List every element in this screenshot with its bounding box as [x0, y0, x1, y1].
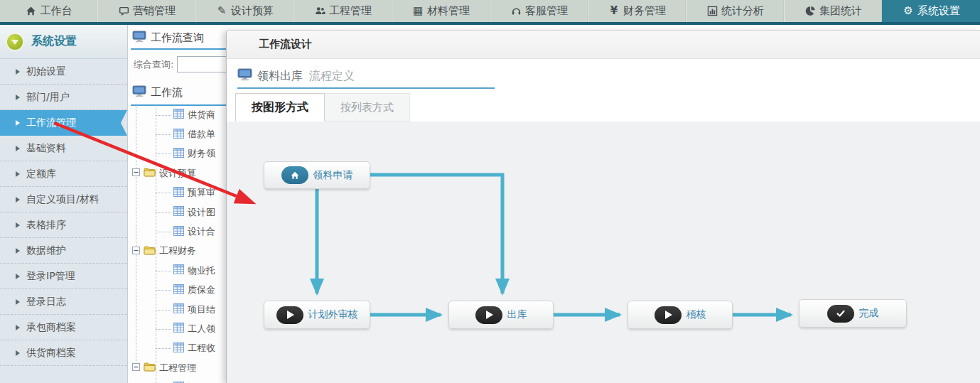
monitor-icon: [132, 85, 146, 100]
sidebar-item-10[interactable]: 承包商档案: [0, 315, 127, 340]
triangle-bullet-icon: [16, 248, 20, 254]
sidebar-item-11[interactable]: 供货商档案: [0, 340, 127, 366]
table-icon: [173, 284, 184, 296]
nav-item-label: 统计分析: [721, 4, 764, 18]
folder-icon: [144, 362, 156, 374]
sidebar-item-label: 基础资料: [26, 142, 66, 155]
folder-icon: [144, 245, 156, 257]
tree-label: 设计预算: [159, 167, 196, 180]
query-panel-title: 工作流查询: [151, 31, 204, 45]
sidebar-item-7[interactable]: 数据维护: [0, 238, 127, 264]
nav-item-pie[interactable]: 集团统计: [784, 0, 882, 22]
nav-item-yen[interactable]: ¥财务管理: [588, 0, 686, 22]
tree-label: 财务领: [188, 147, 215, 160]
tree-panel-title: 工作流: [151, 86, 183, 99]
triangle-bullet-icon: [16, 299, 20, 305]
expand-minus-icon[interactable]: [132, 362, 140, 373]
nav-item-label: 工程管理: [329, 4, 372, 18]
flow-node-label: 稽核: [686, 308, 706, 321]
triangle-bullet-icon: [16, 197, 20, 203]
sidebar-item-label: 初始设置: [26, 65, 66, 78]
tree-label: 工程管理: [159, 362, 196, 374]
top-navbar: 工作台营销管理✎设计预算工程管理▦材料管理客服管理¥财务管理统计分析集团统计⚙系…: [0, 0, 980, 25]
table-icon: [173, 264, 184, 276]
table-icon: [173, 323, 184, 335]
table-icon: [173, 303, 184, 315]
flow-node-apply[interactable]: 领料申请: [264, 161, 370, 189]
sidebar-menu: 初始设置部门/用户工作流管理基础资料定额库自定义项目/材料表格排序数据维护登录I…: [0, 59, 127, 366]
triangle-bullet-icon: [16, 350, 20, 356]
view-mode-tabs: 按图形方式按列表方式: [235, 93, 410, 122]
sidebar-item-1[interactable]: 部门/用户: [0, 85, 127, 110]
flow-node-review[interactable]: 计划外审核: [264, 301, 370, 329]
flow-node-audit[interactable]: 稽核: [628, 301, 733, 329]
tab-list-mode[interactable]: 按列表方式: [325, 93, 410, 122]
table-icon: [173, 148, 184, 160]
grid-icon: ▦: [412, 6, 424, 17]
edit-icon: ✎: [216, 6, 227, 17]
triangle-bullet-icon: [16, 120, 20, 126]
table-icon: [173, 129, 184, 141]
nav-item-label: 营销管理: [133, 4, 176, 18]
nav-item-edit[interactable]: ✎设计预算: [195, 0, 294, 22]
sidebar-item-label: 登录IP管理: [26, 270, 75, 283]
gear-icon: ⚙: [903, 6, 914, 17]
sidebar-item-0[interactable]: 初始设置: [0, 59, 127, 85]
flow-name-suffix: 流程定义: [309, 69, 355, 84]
folder-icon: [144, 167, 156, 179]
table-icon: [173, 206, 184, 218]
flow-node-label: 计划外审核: [308, 308, 358, 321]
expand-minus-icon[interactable]: [132, 246, 140, 257]
nav-item-users[interactable]: 工程管理: [294, 0, 392, 22]
sidebar-item-label: 自定义项目/材料: [26, 193, 99, 206]
chart-icon: [706, 6, 718, 17]
sidebar-item-9[interactable]: 登录日志: [0, 289, 127, 315]
sidebar-item-4[interactable]: 定额库: [0, 161, 127, 187]
sidebar-item-3[interactable]: 基础资料: [0, 136, 127, 161]
tree-label: 工程财务: [159, 244, 196, 257]
sidebar-item-label: 表格排序: [26, 219, 66, 232]
tree-panel-header: 工作流: [132, 85, 183, 100]
sidebar-item-label: 登录日志: [26, 296, 66, 308]
nav-item-chart[interactable]: 统计分析: [686, 0, 784, 22]
flow-node-out[interactable]: 出库: [448, 301, 554, 329]
triangle-bullet-icon: [16, 69, 20, 75]
nav-item-chat[interactable]: 营销管理: [97, 0, 195, 22]
nav-item-label: 系统设置: [917, 4, 960, 18]
search-label: 综合查询:: [134, 58, 173, 71]
sidebar-item-5[interactable]: 自定义项目/材料: [0, 187, 127, 212]
tab-graphic-mode[interactable]: 按图形方式: [235, 93, 325, 122]
sidebar-item-2[interactable]: 工作流管理: [0, 110, 127, 136]
nav-item-gear[interactable]: ⚙系统设置: [882, 0, 980, 22]
nav-item-headset[interactable]: 客服管理: [490, 0, 588, 22]
triangle-bullet-icon: [16, 222, 20, 228]
tree-label: 供货商: [188, 109, 215, 122]
flow-node-done[interactable]: 完成: [799, 299, 907, 328]
sidebar-header[interactable]: 系统设置: [0, 25, 127, 59]
users-icon: [314, 6, 325, 17]
tree-label: 设计合: [188, 225, 215, 238]
nav-item-label: 材料管理: [427, 4, 470, 18]
play-icon: [655, 306, 682, 324]
nav-item-home[interactable]: 工作台: [0, 0, 97, 22]
sidebar-item-6[interactable]: 表格排序: [0, 212, 127, 238]
headset-icon: [510, 6, 522, 17]
panel-title: 工作流设计: [259, 38, 312, 51]
flow-node-label: 完成: [859, 307, 879, 320]
nav-item-grid[interactable]: ▦材料管理: [392, 0, 490, 22]
sidebar-item-8[interactable]: 登录IP管理: [0, 264, 127, 289]
table-icon: [173, 226, 184, 238]
tree-label: 预算审: [188, 186, 215, 199]
sidebar-title: 系统设置: [31, 34, 77, 49]
home-icon: [26, 6, 37, 17]
tree-label: 质保金: [188, 284, 215, 296]
sidebar-item-label: 数据维护: [26, 244, 66, 257]
flow-definition-header: 领料出库 流程定义: [237, 68, 355, 84]
play-icon: [276, 306, 303, 324]
expand-minus-icon[interactable]: [132, 168, 140, 178]
sidebar-item-label: 定额库: [26, 168, 56, 180]
tree-label: 借款单: [188, 128, 215, 141]
home-icon: [281, 166, 308, 184]
tree-label: 物业托: [188, 264, 215, 277]
triangle-bullet-icon: [16, 325, 20, 330]
